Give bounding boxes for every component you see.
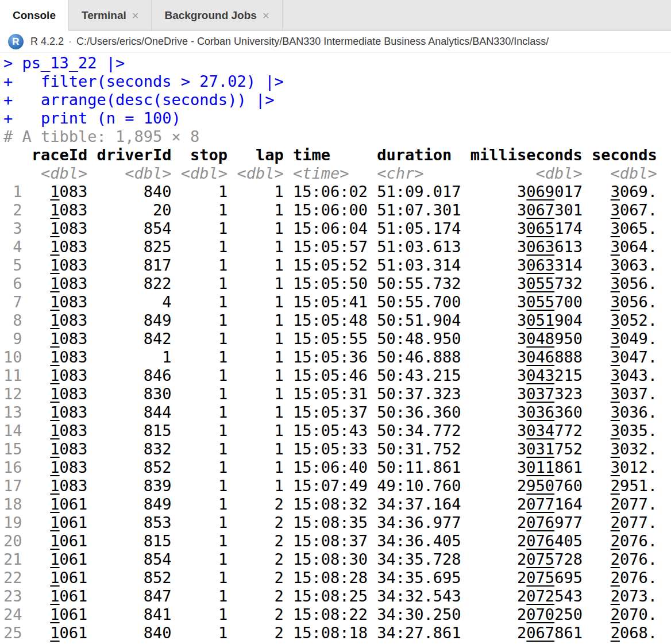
- tab-background-jobs[interactable]: Background Jobs ×: [152, 0, 282, 30]
- working-directory-path[interactable]: C:/Users/erics/OneDrive - Corban Univers…: [76, 36, 549, 48]
- table-row: 24 1061 841 1 2 15:08:22 34:30.250 20702…: [3, 606, 671, 624]
- table-row: 5 1083 817 1 1 15:05:52 51:03.314 306331…: [3, 256, 671, 275]
- tab-console[interactable]: Console: [0, 0, 69, 31]
- rstudio-console-pane: Console Terminal × Background Jobs × R R…: [0, 0, 671, 642]
- table-row: 21 1061 854 1 2 15:08:30 34:35.728 20757…: [3, 550, 671, 569]
- tibble-summary-line: # A tibble: 1,895 × 8: [3, 128, 671, 146]
- pane-tab-bar: Console Terminal × Background Jobs ×: [0, 0, 671, 31]
- close-icon[interactable]: ×: [263, 10, 269, 21]
- console-command-line: + arrange(desc(seconds)) |>: [3, 91, 671, 109]
- table-row: 6 1083 822 1 1 15:05:50 50:55.732 305573…: [3, 275, 671, 293]
- console-command-line: > ps_13_22 |>: [3, 54, 671, 72]
- close-icon[interactable]: ×: [132, 10, 139, 21]
- console-command-line: + filter(seconds > 27.02) |>: [3, 72, 671, 91]
- table-row: 13 1083 844 1 1 15:05:37 50:36.360 30363…: [3, 403, 671, 422]
- table-row: 16 1083 852 1 1 15:06:40 50:11.861 30118…: [3, 458, 671, 477]
- r-logo-icon: R: [8, 34, 24, 49]
- separator-dot: ·: [68, 36, 72, 48]
- tab-label: Terminal: [82, 9, 126, 22]
- table-type-row: <dbl> <dbl> <dbl> <dbl> <time> <chr> <db…: [3, 164, 671, 183]
- table-row: 25 1061 840 1 2 15:08:18 34:27.861 20678…: [3, 624, 671, 642]
- table-row: 19 1061 853 1 2 15:08:35 34:36.977 20769…: [3, 514, 671, 532]
- table-row: 11 1083 846 1 1 15:05:46 50:43.215 30432…: [3, 367, 671, 385]
- table-row: 23 1061 847 1 2 15:08:25 34:32.543 20725…: [3, 587, 671, 606]
- table-row: 1 1083 840 1 1 15:06:02 51:09.017 306901…: [3, 183, 671, 201]
- table-row: 17 1083 839 1 1 15:07:49 49:10.760 29507…: [3, 477, 671, 495]
- table-row: 8 1083 849 1 1 15:05:48 50:51.904 305190…: [3, 311, 671, 330]
- table-header-row: raceId driverId stop lap time duration m…: [3, 146, 671, 164]
- table-row: 9 1083 842 1 1 15:05:55 50:48.950 304895…: [3, 330, 671, 348]
- tab-label: Background Jobs: [164, 9, 256, 22]
- table-row: 3 1083 854 1 1 15:06:04 51:05.174 306517…: [3, 219, 671, 238]
- console-info-bar: R R 4.2.2 · C:/Users/erics/OneDrive - Co…: [0, 31, 671, 53]
- tab-terminal[interactable]: Terminal ×: [69, 0, 152, 30]
- table-row: 14 1083 815 1 1 15:05:43 50:34.772 30347…: [3, 422, 671, 440]
- r-version-label: R 4.2.2: [30, 36, 64, 48]
- table-row: 7 1083 4 1 1 15:05:41 50:55.700 3055700 …: [3, 293, 671, 311]
- table-row: 15 1083 832 1 1 15:05:33 50:31.752 30317…: [3, 440, 671, 458]
- console-command-line: + print (n = 100): [3, 109, 671, 128]
- table-row: 20 1061 815 1 2 15:08:37 34:36.405 20764…: [3, 532, 671, 550]
- table-row: 18 1061 849 1 2 15:08:32 34:37.164 20771…: [3, 495, 671, 514]
- table-row: 4 1083 825 1 1 15:05:57 51:03.613 306361…: [3, 238, 671, 256]
- console-output[interactable]: > ps_13_22 |>+ filter(seconds > 27.02) |…: [0, 53, 671, 642]
- tab-label: Console: [13, 9, 56, 22]
- table-row: 10 1083 1 1 1 15:05:36 50:46.888 3046888…: [3, 348, 671, 367]
- table-row: 2 1083 20 1 1 15:06:00 51:07.301 3067301…: [3, 201, 671, 219]
- table-row: 12 1083 830 1 1 15:05:31 50:37.323 30373…: [3, 385, 671, 403]
- table-row: 22 1061 852 1 2 15:08:28 34:35.695 20756…: [3, 569, 671, 587]
